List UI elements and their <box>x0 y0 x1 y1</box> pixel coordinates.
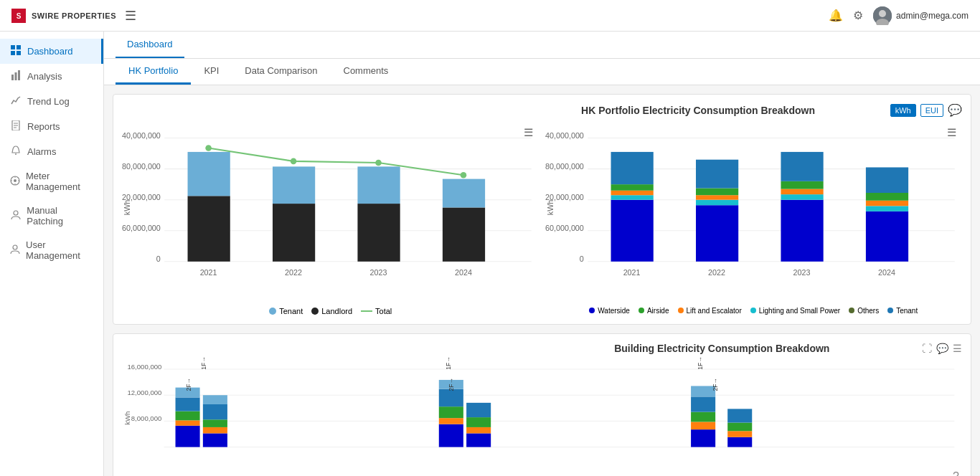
svg-rect-11 <box>18 70 20 80</box>
eui-button[interactable]: EUI <box>920 104 943 117</box>
legend-total: Total <box>361 307 392 315</box>
svg-text:16,000,000: 16,000,000 <box>127 363 161 371</box>
settings-icon[interactable]: ⚙ <box>853 9 863 22</box>
svg-rect-129 <box>727 431 752 437</box>
header-left: S SWIRE PROPERTIES ☰ <box>11 8 136 24</box>
chart2-expand-icon[interactable]: ⛶ <box>922 343 932 354</box>
svg-text:180,000,000: 180,000,000 <box>545 162 584 171</box>
svg-rect-118 <box>466 427 491 434</box>
chart2-info-icon[interactable]: 💬 <box>936 343 948 354</box>
svg-rect-112 <box>439 418 463 424</box>
svg-rect-114 <box>439 389 463 406</box>
subtab-kpi[interactable]: KPI <box>191 59 232 85</box>
svg-rect-78 <box>781 181 823 189</box>
svg-point-3 <box>879 10 886 17</box>
kwh-button[interactable]: kWh <box>890 104 916 117</box>
header: S SWIRE PROPERTIES ☰ 🔔 ⚙ admin@mega.com <box>0 0 980 32</box>
subtab-data-comparison[interactable]: Data Comparison <box>232 59 330 85</box>
sidebar-label-user-management: User Management <box>26 239 93 261</box>
svg-rect-82 <box>865 201 908 206</box>
sidebar-item-manual-patching[interactable]: Manual Patching <box>0 199 103 233</box>
user-management-icon <box>10 244 20 257</box>
sidebar-item-dashboard[interactable]: Dashboard <box>0 39 103 64</box>
svg-text:☰: ☰ <box>946 126 956 138</box>
svg-text:180,000,000: 180,000,000 <box>122 162 161 171</box>
svg-text:0: 0 <box>156 254 161 263</box>
svg-rect-67 <box>611 191 653 195</box>
sidebar-label-trend-log: Trend Log <box>27 96 70 107</box>
sidebar-label-alarms: Alarms <box>27 146 56 157</box>
menu-icon[interactable]: ☰ <box>125 8 136 24</box>
svg-rect-113 <box>439 406 463 418</box>
svg-rect-8 <box>17 51 21 55</box>
svg-rect-109 <box>203 395 227 404</box>
svg-rect-10 <box>15 72 17 80</box>
subtab-hk-portfolio[interactable]: HK Portfolio <box>116 59 191 85</box>
svg-text:1F→: 1F→ <box>697 357 704 370</box>
svg-rect-6 <box>17 45 21 49</box>
svg-text:S: S <box>17 12 22 20</box>
svg-rect-117 <box>466 433 491 447</box>
dashboard-tabbar: Dashboard <box>104 32 980 59</box>
legend-lighting: Lighting and Small Power <box>750 307 840 315</box>
sidebar-label-analysis: Analysis <box>27 71 62 82</box>
svg-text:☰: ☰ <box>524 126 533 138</box>
svg-rect-42 <box>357 166 400 204</box>
sidebar: Dashboard Analysis Trend Log Reports Ala… <box>0 32 104 476</box>
svg-rect-44 <box>443 179 485 208</box>
svg-text:1F→: 1F→ <box>445 357 452 370</box>
chart1-right: 240,000,000 180,000,000 120,000,000 60,0… <box>545 123 963 315</box>
sidebar-label-meter-management: Meter Management <box>26 171 93 192</box>
subtab-comments[interactable]: Comments <box>331 59 402 85</box>
svg-rect-119 <box>466 417 491 427</box>
svg-rect-7 <box>11 51 15 55</box>
chart2-actions: ⛶ 💬 ☰ <box>922 343 962 354</box>
chart1-two-col: 240,000,000 180,000,000 120,000,000 60,0… <box>122 123 962 315</box>
sidebar-item-user-management[interactable]: User Management <box>0 233 103 267</box>
svg-text:kWh: kWh <box>545 200 554 216</box>
user-info: admin@mega.com <box>873 6 969 25</box>
avatar <box>873 6 892 25</box>
main-layout: Dashboard Analysis Trend Log Reports Ala… <box>0 32 980 476</box>
chart1-actions: kWh EUI 💬 <box>890 103 962 117</box>
svg-rect-80 <box>865 211 908 262</box>
svg-rect-84 <box>865 167 908 193</box>
svg-rect-120 <box>466 403 491 417</box>
chart-card-electricity-consumption: HK Portfolio Electricity Consumption Bre… <box>113 94 971 325</box>
sidebar-item-meter-management[interactable]: Meter Management <box>0 164 103 199</box>
reports-icon <box>10 120 22 133</box>
sidebar-item-trend-log[interactable]: Trend Log <box>0 89 103 114</box>
tab-dashboard[interactable]: Dashboard <box>116 32 184 58</box>
svg-point-23 <box>14 211 18 215</box>
svg-rect-77 <box>781 189 823 195</box>
svg-rect-40 <box>273 166 315 204</box>
svg-rect-100 <box>176 420 200 425</box>
svg-point-48 <box>461 172 467 178</box>
notification-icon[interactable]: 🔔 <box>829 9 843 22</box>
svg-rect-102 <box>176 397 200 411</box>
dashboard-icon <box>10 45 22 57</box>
svg-text:240,000,000: 240,000,000 <box>545 131 584 140</box>
chart2-svg: 16,000,000 12,000,000 8,000,000 kWh 1F→ <box>122 357 962 475</box>
meter-management-icon <box>10 176 20 188</box>
sidebar-item-analysis[interactable]: Analysis <box>0 64 103 89</box>
svg-rect-124 <box>691 411 715 422</box>
sidebar-item-alarms[interactable]: Alarms <box>0 139 103 164</box>
svg-text:2024: 2024 <box>878 268 895 277</box>
analysis-icon <box>10 70 22 82</box>
svg-text:2022: 2022 <box>285 268 302 277</box>
alarms-icon <box>10 146 22 158</box>
svg-text:12,000,000: 12,000,000 <box>127 389 161 396</box>
chart2-menu-icon[interactable]: ☰ <box>953 343 962 354</box>
chart1-info-icon[interactable]: 💬 <box>948 103 962 117</box>
legend-tenant: Tenant <box>269 307 303 315</box>
svg-rect-79 <box>781 152 823 181</box>
legend-airside: Airside <box>639 307 669 315</box>
sidebar-item-reports[interactable]: Reports <box>0 114 103 139</box>
svg-rect-37 <box>188 196 230 262</box>
svg-rect-130 <box>727 422 752 431</box>
manual-patching-icon <box>10 210 21 222</box>
svg-rect-101 <box>176 411 200 420</box>
user-email: admin@mega.com <box>896 11 969 21</box>
chart2-header: Building Electricity Consumption Breakdo… <box>122 343 962 354</box>
